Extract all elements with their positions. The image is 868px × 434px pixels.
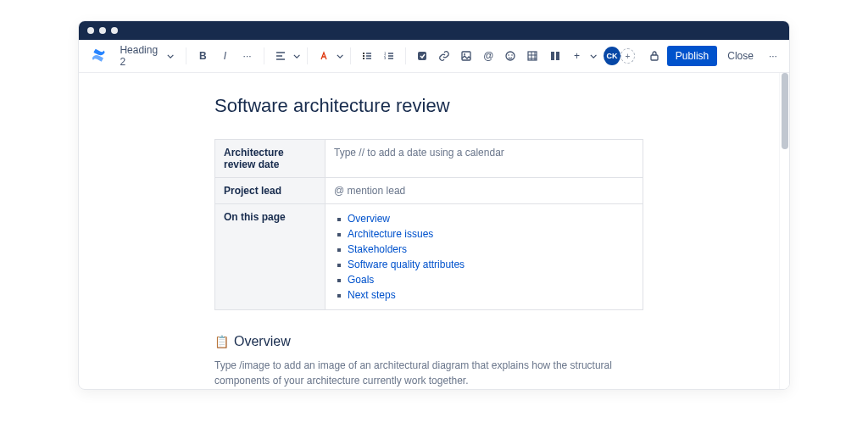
bold-button[interactable]: B xyxy=(193,46,212,66)
meta-label: Architecture review date xyxy=(215,140,326,178)
meta-label: Project lead xyxy=(215,178,326,204)
svg-point-10 xyxy=(509,54,510,56)
chevron-down-icon xyxy=(337,53,343,60)
link-button[interactable] xyxy=(435,46,453,66)
image-button[interactable] xyxy=(457,46,476,66)
more-formatting-button[interactable]: ··· xyxy=(238,46,257,66)
editor-app: Heading 2 B I ··· 123 xyxy=(79,40,789,389)
list-item: Stakeholders xyxy=(336,242,634,257)
add-people-button[interactable]: + xyxy=(620,48,635,64)
svg-point-8 xyxy=(464,53,465,55)
svg-rect-14 xyxy=(556,52,559,60)
window-dot[interactable] xyxy=(111,27,118,34)
clipboard-icon: 📋 xyxy=(214,335,229,348)
toolbar-separator xyxy=(307,47,308,64)
publish-button[interactable]: Publish xyxy=(667,46,717,66)
text-color-button[interactable] xyxy=(314,46,333,66)
list-item: Architecture issues xyxy=(336,226,634,242)
chevron-down-icon xyxy=(167,53,174,60)
list-item: Goals xyxy=(336,272,634,287)
insert-button[interactable]: + xyxy=(568,46,587,66)
page-title[interactable]: Software architecture review xyxy=(214,95,643,117)
bullet-list-button[interactable] xyxy=(358,46,376,66)
overview-placeholder-text[interactable]: Type /image to add an image of an archit… xyxy=(214,358,643,388)
more-actions-button[interactable]: ··· xyxy=(764,46,782,66)
svg-rect-6 xyxy=(418,52,426,60)
svg-point-11 xyxy=(512,54,514,56)
content-scroll: Software architecture review Architectur… xyxy=(79,73,789,389)
numbered-list-button[interactable]: 123 xyxy=(380,46,398,66)
action-item-button[interactable] xyxy=(413,46,431,66)
toolbar-separator xyxy=(264,47,264,64)
table-row: Project lead @ mention lead xyxy=(215,178,643,204)
svg-text:3: 3 xyxy=(384,56,387,60)
confluence-logo-icon xyxy=(91,47,106,64)
restrictions-button[interactable] xyxy=(645,46,664,66)
window-dot[interactable] xyxy=(87,27,94,34)
vertical-scrollbar[interactable] xyxy=(779,73,789,389)
toc-link[interactable]: Goals xyxy=(348,274,374,286)
section-heading-overview[interactable]: 📋 Overview xyxy=(214,334,643,349)
list-item: Next steps xyxy=(336,287,634,303)
window-titlebar xyxy=(79,21,789,40)
mention-button[interactable]: @ xyxy=(479,46,498,66)
toc-link[interactable]: Architecture issues xyxy=(348,228,433,240)
align-button[interactable] xyxy=(271,46,290,66)
close-button[interactable]: Close xyxy=(721,46,760,66)
scrollbar-thumb[interactable] xyxy=(782,73,788,149)
svg-point-9 xyxy=(506,52,515,60)
svg-point-2 xyxy=(363,58,364,59)
toc-link[interactable]: Stakeholders xyxy=(348,243,407,255)
toolbar-separator xyxy=(405,47,406,64)
table-of-contents: Overview Architecture issues Stakeholder… xyxy=(334,211,634,303)
app-window: Heading 2 B I ··· 123 xyxy=(78,20,790,390)
table-row: On this page Overview Architecture issue… xyxy=(215,204,643,310)
table-button[interactable] xyxy=(523,46,542,66)
text-style-label: Heading 2 xyxy=(120,44,162,68)
avatar-initials: CK xyxy=(606,52,617,60)
window-dot[interactable] xyxy=(99,27,106,34)
chevron-down-icon xyxy=(293,53,300,60)
text-style-select[interactable]: Heading 2 xyxy=(114,41,179,71)
chevron-down-icon xyxy=(590,53,597,60)
metadata-table: Architecture review date Type // to add … xyxy=(214,139,643,310)
svg-rect-7 xyxy=(462,52,470,60)
toolbar-separator xyxy=(350,47,351,64)
toc-link[interactable]: Overview xyxy=(348,213,390,225)
list-item: Overview xyxy=(336,211,634,226)
editor-canvas[interactable]: Software architecture review Architectur… xyxy=(79,73,779,389)
toc-link[interactable]: Software quality attributes xyxy=(348,259,465,270)
meta-value[interactable]: Type // to add a date using a calendar xyxy=(326,140,643,178)
editor-toolbar: Heading 2 B I ··· 123 xyxy=(79,40,789,73)
table-row: Architecture review date Type // to add … xyxy=(215,140,643,178)
svg-rect-15 xyxy=(651,55,658,60)
section-heading-text: Overview xyxy=(234,334,291,349)
italic-button[interactable]: I xyxy=(215,46,234,66)
toolbar-separator xyxy=(186,47,186,64)
svg-point-0 xyxy=(363,53,364,54)
layouts-button[interactable] xyxy=(545,46,564,66)
meta-label: On this page xyxy=(215,204,326,310)
avatar[interactable]: CK xyxy=(604,47,620,65)
meta-value[interactable]: @ mention lead xyxy=(326,178,643,204)
emoji-button[interactable] xyxy=(501,46,520,66)
page: Software architecture review Architectur… xyxy=(214,95,643,388)
svg-rect-13 xyxy=(551,52,554,60)
toc-cell: Overview Architecture issues Stakeholder… xyxy=(326,204,643,310)
toc-link[interactable]: Next steps xyxy=(348,289,396,301)
list-item: Software quality attributes xyxy=(336,257,634,272)
svg-point-1 xyxy=(363,55,364,57)
